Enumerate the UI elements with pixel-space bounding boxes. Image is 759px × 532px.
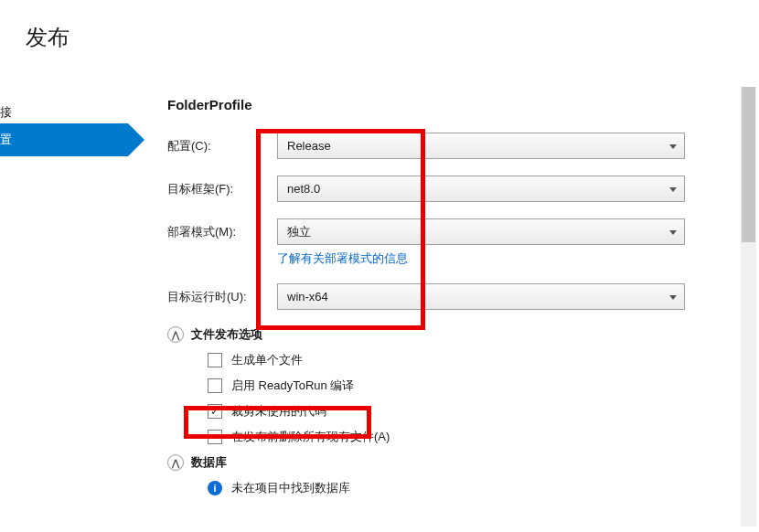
info-icon: i xyxy=(208,481,222,495)
select-target-framework-value: net8.0 xyxy=(287,182,320,196)
row-target-runtime: 目标运行时(U): win-x64 xyxy=(167,283,735,310)
sidebar-item-settings[interactable]: 置 xyxy=(0,123,128,156)
sidebar: 接 置 xyxy=(0,101,128,156)
select-target-framework[interactable]: net8.0 xyxy=(277,176,685,202)
row-target-framework: 目标框架(F): net8.0 xyxy=(167,176,735,202)
checkbox-trim-unused[interactable] xyxy=(208,404,222,419)
database-info-row: i 未在项目中找到数据库 xyxy=(208,480,735,496)
checkbox-single-file-label: 生成单个文件 xyxy=(231,352,303,368)
checkbox-row-single-file: 生成单个文件 xyxy=(208,352,735,368)
select-deploy-mode-value: 独立 xyxy=(287,224,311,240)
checkbox-row-delete-existing: 在发布前删除所有现有文件(A) xyxy=(208,429,735,445)
label-deploy-mode: 部署模式(M): xyxy=(167,218,277,240)
link-deploy-mode-info[interactable]: 了解有关部署模式的信息 xyxy=(277,250,408,267)
row-deploy-mode: 部署模式(M): 独立 了解有关部署模式的信息 xyxy=(167,218,735,267)
checkbox-row-trim-unused: 裁剪未使用的代码 xyxy=(208,403,735,420)
checkbox-single-file[interactable] xyxy=(208,353,222,367)
section-file-publish-options: ⋀ 文件发布选项 xyxy=(167,326,735,343)
select-target-runtime-value: win-x64 xyxy=(287,290,328,303)
page-title: 发布 xyxy=(26,23,69,52)
checkbox-row-readytorun: 启用 ReadyToRun 编译 xyxy=(208,378,735,394)
chevron-down-icon xyxy=(669,295,677,300)
row-configuration: 配置(C): Release xyxy=(167,133,735,159)
checkbox-readytorun-label: 启用 ReadyToRun 编译 xyxy=(231,378,354,394)
select-configuration[interactable]: Release xyxy=(277,133,685,159)
select-configuration-value: Release xyxy=(287,139,331,153)
label-target-framework: 目标框架(F): xyxy=(167,176,277,197)
label-configuration: 配置(C): xyxy=(167,133,277,154)
section-file-publish-options-label: 文件发布选项 xyxy=(191,326,262,343)
checkbox-readytorun[interactable] xyxy=(208,378,222,393)
sidebar-item-connection[interactable]: 接 xyxy=(0,101,128,123)
checkbox-trim-unused-label: 裁剪未使用的代码 xyxy=(231,403,326,420)
database-info-text: 未在项目中找到数据库 xyxy=(231,480,350,496)
checkbox-delete-existing-label: 在发布前删除所有现有文件(A) xyxy=(231,429,390,445)
expander-file-options[interactable]: ⋀ xyxy=(167,326,184,343)
select-target-runtime[interactable]: win-x64 xyxy=(277,283,685,310)
scrollbar-thumb[interactable] xyxy=(742,87,755,242)
label-target-runtime: 目标运行时(U): xyxy=(167,283,277,305)
expander-database[interactable]: ⋀ xyxy=(167,454,184,471)
vertical-scrollbar[interactable] xyxy=(741,87,756,527)
chevron-down-icon xyxy=(669,144,677,149)
section-database: ⋀ 数据库 xyxy=(167,454,735,471)
profile-title: FolderProfile xyxy=(167,97,735,112)
content-area: FolderProfile 配置(C): Release 目标框架(F): ne… xyxy=(167,97,735,505)
chevron-down-icon xyxy=(669,187,677,192)
chevron-down-icon xyxy=(669,230,677,235)
section-database-label: 数据库 xyxy=(191,454,227,471)
checkbox-delete-existing[interactable] xyxy=(208,430,222,444)
select-deploy-mode[interactable]: 独立 xyxy=(277,218,685,245)
